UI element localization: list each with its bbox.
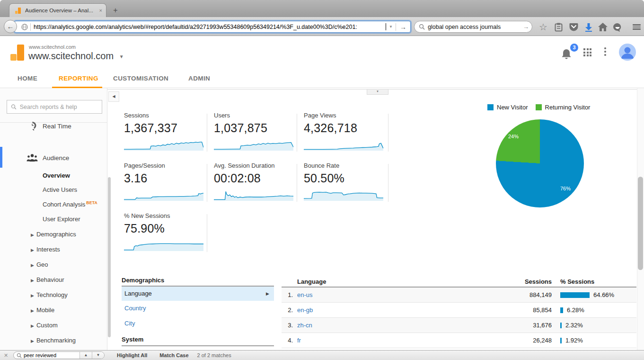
language-link[interactable]: zh-cn <box>297 322 312 329</box>
row-rank: 2. <box>282 306 293 314</box>
visitor-pie-chart[interactable]: 76% 24% <box>496 119 584 207</box>
highlight-all-button[interactable]: Highlight All <box>117 352 147 358</box>
item-link[interactable]: City <box>124 320 135 327</box>
sidebar-item-interests[interactable]: ▶Interests <box>31 246 60 253</box>
table-row[interactable]: 3. zh-cn 31,676 2.32% <box>282 318 636 333</box>
metric-card-page-views[interactable]: Page Views 4,326,718 <box>304 112 385 151</box>
sidebar-scrollbar[interactable] <box>108 177 111 337</box>
notifications-button[interactable]: 3 <box>561 45 577 61</box>
metric-card-users[interactable]: Users 1,037,875 <box>214 112 295 151</box>
sidebar-item-label: Interests <box>36 246 60 253</box>
metric-card-pages-session[interactable]: Pages/Session 3.16 <box>124 162 205 201</box>
search-go-icon[interactable]: → <box>523 23 529 30</box>
url-separator <box>30 23 31 31</box>
sidebar-item-label: Real Time <box>43 123 71 130</box>
column-language[interactable]: Language <box>297 278 420 285</box>
find-input[interactable] <box>24 352 79 358</box>
card-divider <box>297 114 297 152</box>
home-icon[interactable] <box>597 21 609 33</box>
column-pct-sessions[interactable]: % Sessions <box>560 278 594 285</box>
item-link[interactable]: Country <box>124 305 146 312</box>
sidebar-item-cohort-analysis[interactable]: Cohort AnalysisBETA <box>43 200 97 208</box>
account-dropdown-icon: ▼ <box>119 54 124 59</box>
collapse-panel-button[interactable]: ▼ <box>367 90 388 95</box>
nav-reporting[interactable]: REPORTING <box>59 75 98 82</box>
find-close-icon[interactable]: ✕ <box>4 352 10 359</box>
url-bar[interactable]: ▼ → <box>14 21 411 33</box>
sidebar-item-demographics[interactable]: ▶Demographics <box>31 231 76 238</box>
apps-grid-icon[interactable] <box>583 48 592 57</box>
sidebar-search-box[interactable] <box>7 100 102 114</box>
expand-arrow-icon: ▶ <box>31 293 34 298</box>
metric-card-bounce-rate[interactable]: Bounce Rate 50.50% <box>304 162 385 201</box>
column-sessions[interactable]: Sessions <box>420 278 552 285</box>
sidebar-item-behaviour[interactable]: ▶Behaviour <box>31 276 64 283</box>
back-button[interactable]: ← <box>4 20 17 33</box>
sidebar-item-audience[interactable]: Audience <box>0 148 107 167</box>
hello-chat-icon[interactable] <box>612 21 623 33</box>
table-row[interactable]: 2. en-gb 85,854 6.28% <box>282 303 636 318</box>
sidebar-item-custom[interactable]: ▶Custom <box>31 322 58 329</box>
reading-list-icon[interactable] <box>553 21 564 33</box>
demographics-item-city[interactable]: City <box>122 316 274 331</box>
url-dropdown-icon[interactable]: ▼ <box>389 25 393 29</box>
language-link[interactable]: fr <box>297 337 301 344</box>
account-selector[interactable]: www.scitechnol.com ▼ <box>28 51 124 62</box>
pocket-icon[interactable] <box>568 21 579 33</box>
card-divider <box>207 164 207 202</box>
search-icon <box>419 24 425 30</box>
sidebar-item-active-users[interactable]: Active Users <box>43 186 77 193</box>
browser-search-bar[interactable]: → <box>414 21 532 33</box>
language-link[interactable]: en-us <box>297 291 313 298</box>
pct-bar <box>560 323 562 328</box>
metric-value: 1,367,337 <box>124 121 205 135</box>
new-tab-button[interactable]: + <box>110 6 121 16</box>
metric-card-new-sessions[interactable]: % New Sessions 75.90% <box>124 212 205 251</box>
nav-admin[interactable]: ADMIN <box>188 75 210 82</box>
browser-tab[interactable]: Audience Overview – Anal... × <box>9 3 106 17</box>
sidebar-item-label: Technology <box>36 291 68 298</box>
legend-label-returning-visitor: Returning Visitor <box>545 104 591 111</box>
sidebar-item-label: Mobile <box>36 306 54 314</box>
table-row[interactable]: 1. en-us 884,149 64.66% <box>282 288 636 303</box>
url-input[interactable] <box>34 24 385 30</box>
sidebar-item-geo[interactable]: ▶Geo <box>31 261 48 268</box>
user-avatar[interactable] <box>619 44 636 61</box>
nav-customisation[interactable]: CUSTOMISATION <box>113 75 168 82</box>
sidebar-item-label: Geo <box>36 261 48 268</box>
more-options-icon[interactable] <box>604 47 606 57</box>
language-link[interactable]: en-gb <box>297 306 313 314</box>
sidebar-item-overview[interactable]: Overview <box>43 172 70 179</box>
metric-card-avg-duration[interactable]: Avg. Session Duration 00:02:08 <box>214 162 295 201</box>
sidebar-item-benchmarking[interactable]: ▶Benchmarking <box>31 337 76 344</box>
tab-title: Audience Overview – Anal... <box>25 8 97 13</box>
match-case-button[interactable]: Match Case <box>159 352 188 358</box>
table-row[interactable]: 4. fr 26,248 1.92% <box>282 333 636 348</box>
page-scrollbar-thumb[interactable] <box>638 177 643 270</box>
sidebar-item-real-time[interactable]: Real Time <box>0 117 107 135</box>
metric-card-sessions[interactable]: Sessions 1,367,337 <box>124 112 205 151</box>
bookmark-star-icon[interactable]: ☆ <box>538 21 549 33</box>
sidebar-item-user-explorer[interactable]: User Explorer <box>43 216 80 223</box>
menu-icon[interactable] <box>630 21 643 33</box>
downloads-icon[interactable] <box>583 21 594 33</box>
search-input[interactable] <box>428 24 523 30</box>
expand-arrow-icon: ▶ <box>31 278 34 283</box>
search-icon <box>11 104 17 110</box>
card-divider <box>388 164 388 202</box>
pie-label-blue: 76% <box>560 186 571 191</box>
search-icon <box>17 353 22 358</box>
demographics-item-country[interactable]: Country <box>122 301 274 316</box>
pct-bar <box>560 307 563 313</box>
sidebar-search-input[interactable] <box>20 104 98 110</box>
demographics-item-language[interactable]: Language ▶ <box>122 287 274 301</box>
metric-value: 1,037,875 <box>214 121 295 135</box>
find-next-button[interactable]: ▼ <box>92 351 104 359</box>
nav-home[interactable]: HOME <box>18 75 37 82</box>
find-previous-button[interactable]: ▲ <box>79 351 92 359</box>
sidebar-item-technology[interactable]: ▶Technology <box>31 291 68 298</box>
sidebar-collapse-button[interactable]: ◀ <box>108 91 119 102</box>
url-go-button[interactable]: → <box>396 23 410 31</box>
sidebar-item-mobile[interactable]: ▶Mobile <box>31 306 54 314</box>
tab-close-icon[interactable]: × <box>99 8 102 13</box>
